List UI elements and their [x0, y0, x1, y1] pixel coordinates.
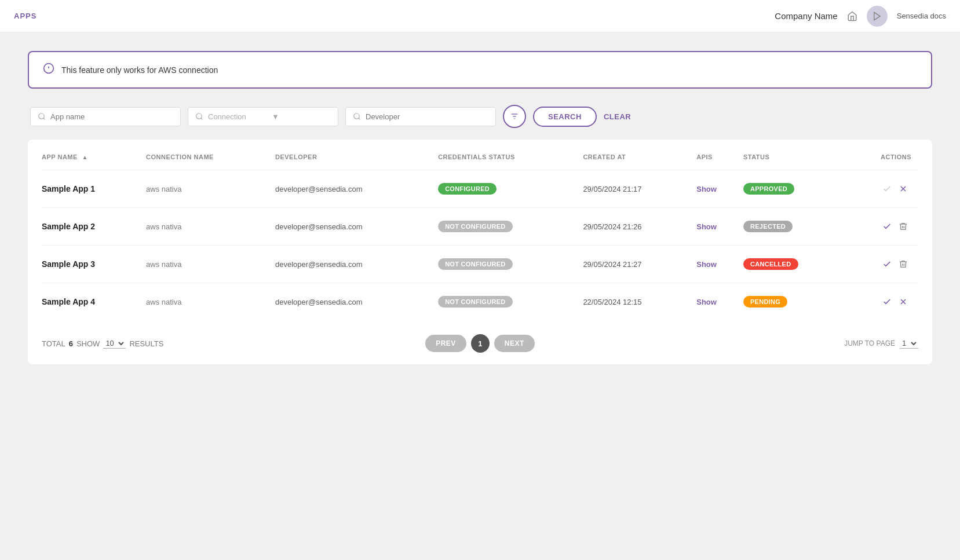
table-container: APP NAME ▲ CONNECTION NAME DEVELOPER CRE… [28, 140, 932, 364]
apis-cell: Show [696, 208, 743, 246]
company-name: Company Name [775, 11, 837, 21]
pagination-info: TOTAL 6 SHOW 10 20 50 RESULTS [42, 338, 163, 349]
actions-cell [850, 208, 918, 246]
developer-cell: developer@sensedia.com [275, 170, 438, 208]
svg-line-9 [359, 118, 360, 120]
col-connection-name: CONNECTION NAME [146, 153, 275, 170]
apps-table: APP NAME ▲ CONNECTION NAME DEVELOPER CRE… [42, 153, 918, 320]
created-at-cell: 29/05/2024 21:26 [583, 208, 696, 246]
delete-icon[interactable] [895, 256, 911, 272]
total-value: 6 [69, 339, 73, 348]
col-status: STATUS [743, 153, 850, 170]
home-icon[interactable] [847, 11, 857, 21]
reject-icon[interactable] [895, 181, 911, 197]
credentials-badge: NOT CONFIGURED [438, 258, 512, 270]
page-1-button[interactable]: 1 [471, 334, 490, 353]
reject-icon[interactable] [895, 294, 911, 310]
table-header: APP NAME ▲ CONNECTION NAME DEVELOPER CRE… [42, 153, 918, 170]
status-badge: REJECTED [743, 221, 793, 232]
status-badge: PENDING [743, 296, 787, 308]
connection-cell: aws nativa [146, 246, 275, 283]
credentials-status-cell: NOT CONFIGURED [438, 283, 583, 321]
col-apis: APIS [696, 153, 743, 170]
status-cell: CANCELLED [743, 246, 850, 283]
table-row: Sample App 3 aws nativa developer@sensed… [42, 246, 918, 283]
pagination: TOTAL 6 SHOW 10 20 50 RESULTS PREV 1 NEX… [42, 334, 918, 353]
table-row: Sample App 4 aws nativa developer@sensed… [42, 283, 918, 321]
results-label: RESULTS [129, 339, 163, 348]
approve-icon[interactable] [879, 218, 895, 235]
developer-search-wrapper [345, 107, 496, 126]
show-apis-link[interactable]: Show [696, 298, 717, 306]
approve-icon[interactable] [879, 294, 895, 310]
search-bar: Connection ▼ SEARCH CLEAR [28, 105, 932, 128]
next-button[interactable]: NEXT [494, 335, 535, 352]
connection-placeholder: Connection [208, 112, 267, 121]
app-name-cell: Sample App 4 [42, 283, 146, 321]
apis-cell: Show [696, 246, 743, 283]
status-cell: REJECTED [743, 208, 850, 246]
created-at-cell: 29/05/2024 21:27 [583, 246, 696, 283]
developer-cell: developer@sensedia.com [275, 208, 438, 246]
app-name-cell: Sample App 3 [42, 246, 146, 283]
col-credentials-status: CREDENTIALS STATUS [438, 153, 583, 170]
col-actions: ACTIONS [850, 153, 918, 170]
approve-icon[interactable] [879, 256, 895, 272]
clear-button[interactable]: CLEAR [604, 112, 631, 121]
actions-cell [850, 246, 918, 283]
col-developer: DEVELOPER [275, 153, 438, 170]
connection-select-wrapper[interactable]: Connection ▼ [188, 107, 338, 126]
credentials-status-cell: NOT CONFIGURED [438, 246, 583, 283]
search-icon [38, 112, 46, 120]
svg-marker-0 [874, 12, 880, 20]
apis-cell: Show [696, 170, 743, 208]
created-at-cell: 29/05/2024 21:17 [583, 170, 696, 208]
table-row: Sample App 1 aws nativa developer@sensed… [42, 170, 918, 208]
apps-title: APPS [14, 12, 36, 20]
show-select[interactable]: 10 20 50 [103, 338, 126, 349]
show-apis-link[interactable]: Show [696, 260, 717, 269]
developer-cell: developer@sensedia.com [275, 246, 438, 283]
credentials-status-cell: NOT CONFIGURED [438, 208, 583, 246]
pagination-jump: JUMP TO PAGE 1 2 [844, 338, 918, 349]
avatar[interactable] [867, 6, 888, 27]
table-body: Sample App 1 aws nativa developer@sensed… [42, 170, 918, 321]
col-app-name: APP NAME ▲ [42, 153, 146, 170]
sensedia-docs-link[interactable]: Sensedia docs [897, 12, 946, 20]
svg-line-7 [201, 118, 203, 120]
main-content: This feature only works for AWS connecti… [0, 32, 960, 383]
delete-icon[interactable] [895, 218, 911, 235]
status-cell: PENDING [743, 283, 850, 321]
actions-cell [850, 283, 918, 321]
chevron-down-icon: ▼ [272, 112, 331, 121]
header-left: APPS [14, 12, 36, 20]
filter-button[interactable] [503, 105, 526, 128]
svg-point-6 [196, 114, 202, 119]
header-right: Company Name Sensedia docs [775, 6, 946, 27]
prev-button[interactable]: PREV [425, 335, 466, 352]
info-icon [43, 63, 54, 77]
table-row: Sample App 2 aws nativa developer@sensed… [42, 208, 918, 246]
jump-select[interactable]: 1 2 [900, 338, 918, 349]
search-button[interactable]: SEARCH [533, 107, 597, 127]
apis-cell: Show [696, 283, 743, 321]
connection-cell: aws nativa [146, 170, 275, 208]
status-cell: APPROVED [743, 170, 850, 208]
credentials-badge: NOT CONFIGURED [438, 221, 512, 232]
developer-cell: developer@sensedia.com [275, 283, 438, 321]
app-name-cell: Sample App 2 [42, 208, 146, 246]
app-name-input[interactable] [50, 112, 173, 121]
total-label: TOTAL [42, 339, 65, 348]
credentials-badge: NOT CONFIGURED [438, 296, 512, 308]
created-at-cell: 22/05/2024 12:15 [583, 283, 696, 321]
info-banner-text: This feature only works for AWS connecti… [61, 65, 218, 75]
developer-input[interactable] [366, 112, 488, 121]
show-apis-link[interactable]: Show [696, 185, 717, 193]
credentials-status-cell: CONFIGURED [438, 170, 583, 208]
sort-icon: ▲ [82, 154, 87, 160]
info-banner: This feature only works for AWS connecti… [28, 51, 932, 89]
show-apis-link[interactable]: Show [696, 222, 717, 231]
app-name-cell: Sample App 1 [42, 170, 146, 208]
jump-label: JUMP TO PAGE [844, 339, 895, 347]
svg-point-8 [354, 114, 359, 119]
